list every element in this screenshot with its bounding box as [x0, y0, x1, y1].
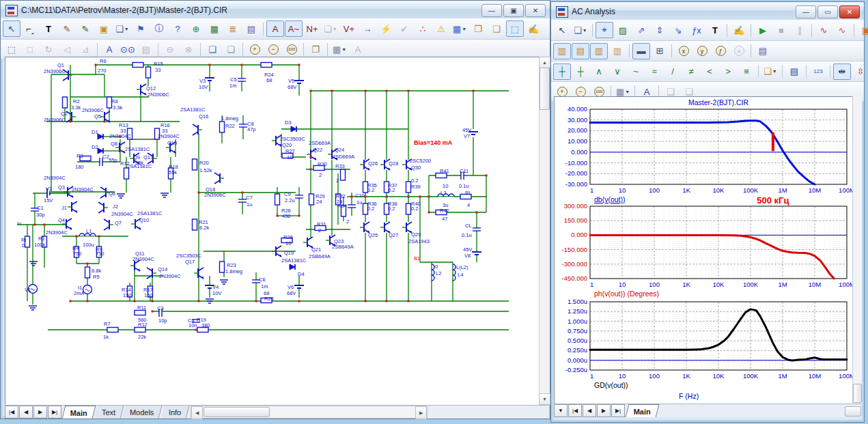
show-attribute-text[interactable]: A — [266, 20, 284, 37]
cursor-mode[interactable]: ⊞ — [651, 43, 669, 59]
label-branches[interactable]: ▤ — [785, 63, 803, 80]
help-button[interactable]: ? — [169, 20, 186, 37]
next-page-button[interactable]: ▶ — [597, 404, 611, 417]
grid-spacing-button[interactable]: ▦▼ — [331, 41, 348, 57]
flip-x-button[interactable]: ◁ — [58, 41, 76, 57]
info-button[interactable]: ⓘ — [150, 20, 168, 37]
page-menu-button[interactable]: ▼ — [554, 404, 568, 417]
flip-y-button[interactable]: ⊿ — [76, 41, 94, 57]
animate-options[interactable]: ∿ — [815, 22, 832, 38]
show-conditions[interactable]: ✔ — [395, 20, 413, 37]
page-flip-button[interactable]: ❐ — [307, 41, 324, 57]
show-currents[interactable]: → — [359, 20, 376, 37]
schematic-canvas[interactable]: R6270Q12N3906CR1533Q122N3906CR23.3kR83.3… — [5, 57, 540, 406]
close-button[interactable]: ✕ — [839, 5, 860, 18]
command-button[interactable]: ▤ — [242, 20, 260, 37]
tab-info[interactable]: Info — [160, 406, 189, 419]
single-plot[interactable]: ▬ — [632, 43, 650, 59]
data-points[interactable]: 123 — [809, 63, 827, 80]
properties-button[interactable]: ✍ — [524, 20, 542, 37]
minimize-button[interactable]: — — [481, 4, 502, 17]
numeric-output[interactable]: ▤ — [754, 43, 772, 59]
schematic-hscrollbar[interactable]: ◀ ▶ — [191, 406, 428, 419]
cursor-right[interactable]: ┼ — [572, 63, 589, 80]
find-text-button[interactable]: A — [100, 41, 118, 57]
tab-text[interactable]: Text — [94, 406, 124, 419]
schematic-hscroll-thumb[interactable] — [204, 407, 270, 417]
show-power[interactable]: ⚡ — [377, 20, 395, 37]
page-properties[interactable]: ❑ — [488, 20, 505, 37]
last-page-button[interactable]: ▶| — [48, 406, 61, 419]
font-button[interactable]: A — [349, 41, 367, 57]
analysis-tab-main[interactable]: Main — [626, 404, 660, 417]
select-tool[interactable]: ↖ — [3, 20, 20, 37]
go-to-x[interactable]: x — [675, 43, 692, 59]
waveform-buffer-2[interactable]: ▤ — [572, 43, 589, 59]
digital-grid-button[interactable]: ▦ — [206, 20, 223, 37]
waveform-buffer-1[interactable]: ▥ — [553, 43, 571, 59]
envelope-high-button[interactable]: > — [719, 63, 737, 80]
plot-vscroll-thumb[interactable] — [853, 384, 862, 403]
scroll-right-icon[interactable]: ▶ — [415, 406, 427, 419]
go-to-branch[interactable]: ≡ — [730, 43, 748, 59]
text-mode[interactable]: T — [40, 20, 57, 37]
flag-mode[interactable]: ⚑ — [132, 20, 150, 37]
first-page-button[interactable]: |◀ — [568, 404, 582, 417]
ac-analysis-titlebar[interactable]: AC Analysis — ▭ ✕ — [551, 2, 864, 20]
text-mode[interactable]: T — [706, 22, 724, 38]
properties-button[interactable]: ✍ — [730, 22, 748, 38]
copy-disabled[interactable]: ❏▼ — [322, 20, 339, 37]
zoom-out-button[interactable]: − — [264, 41, 282, 57]
tag-mode[interactable]: ⇘ — [669, 22, 687, 38]
region-enable[interactable]: □ — [21, 41, 39, 57]
show-pin-connections[interactable]: ∴ — [414, 20, 432, 37]
select-tool[interactable]: ↖ — [553, 22, 571, 38]
schematic-vscroll-thumb[interactable] — [540, 68, 550, 110]
clipboard-menu[interactable]: ❏▼ — [761, 63, 779, 80]
graph-region[interactable]: ▨ — [614, 22, 632, 38]
new-page-button[interactable]: ❐ — [469, 20, 487, 37]
run-button[interactable]: ▶ — [754, 22, 772, 38]
go-to-performance[interactable]: ƒ — [712, 43, 729, 59]
vertical-tag-mode[interactable]: ⇕ — [651, 22, 669, 38]
waveform-buffer-4[interactable]: ▥ — [608, 43, 626, 59]
envelope-low-button[interactable]: ≡ — [738, 63, 755, 80]
goto-flag-button[interactable]: ▤ — [137, 41, 155, 57]
scroll-down-icon[interactable]: ▼ — [539, 393, 550, 405]
prev-page-button[interactable]: ◀ — [583, 404, 596, 417]
tab-main[interactable]: Main — [62, 406, 96, 419]
graphics-mode[interactable]: ✎ — [76, 20, 94, 37]
first-page-button[interactable]: |◀ — [5, 406, 18, 419]
show-node-voltages[interactable]: V+ — [340, 20, 358, 37]
zoom-in-button[interactable]: + — [246, 41, 264, 57]
maximize-button[interactable]: ▭ — [817, 5, 838, 18]
global-high-button[interactable]: ≠ — [682, 63, 700, 80]
find-part-icon[interactable]: ▣ — [95, 20, 113, 37]
dc-op-button[interactable]: ∿ — [833, 22, 851, 38]
go-to-y[interactable]: y — [693, 43, 711, 59]
zoom-100-button[interactable]: 100 — [283, 41, 300, 57]
pause-button[interactable]: ∥ — [791, 22, 809, 38]
restore-button[interactable]: ▣ — [503, 4, 524, 17]
high-button[interactable]: ~ — [627, 63, 645, 80]
scroll-left-icon[interactable]: ◀ — [191, 406, 203, 419]
analysis-corner-thumb[interactable] — [845, 406, 861, 416]
wire-mode[interactable]: ⌐˼ — [21, 20, 39, 37]
close-button[interactable]: ✕ — [525, 4, 546, 17]
link-button[interactable]: ⊕ — [187, 20, 205, 37]
vertical-axis-grids[interactable]: ⇳ — [852, 63, 868, 80]
next-page-button[interactable]: ▶ — [33, 406, 47, 419]
formula-mode[interactable]: ƒx — [688, 22, 705, 38]
schematic-vscrollbar[interactable]: ▲ ▼ — [539, 57, 550, 405]
model-editor-button[interactable]: ≣ — [224, 20, 242, 37]
peak-button[interactable]: ∧ — [590, 63, 608, 80]
cancel-disabled[interactable]: ⊗ — [180, 41, 197, 57]
inflection-button[interactable]: / — [664, 63, 682, 80]
valley-button[interactable]: ∨ — [608, 63, 626, 80]
waveform-buffer-3[interactable]: ▥ — [590, 43, 608, 59]
rotate-button[interactable]: ↻ — [40, 41, 57, 57]
plot-vscrollbar[interactable] — [852, 96, 862, 404]
line-mode[interactable]: ✎ — [58, 20, 76, 37]
show-node-numbers[interactable]: N+ — [303, 20, 321, 37]
scroll-up-icon[interactable]: ▲ — [539, 57, 550, 68]
